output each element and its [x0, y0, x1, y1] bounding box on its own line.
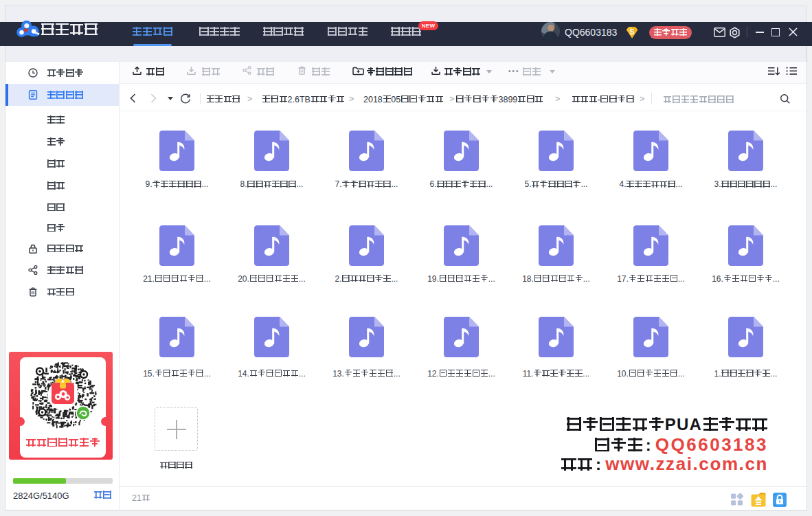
- svg-text:S: S: [630, 28, 635, 36]
